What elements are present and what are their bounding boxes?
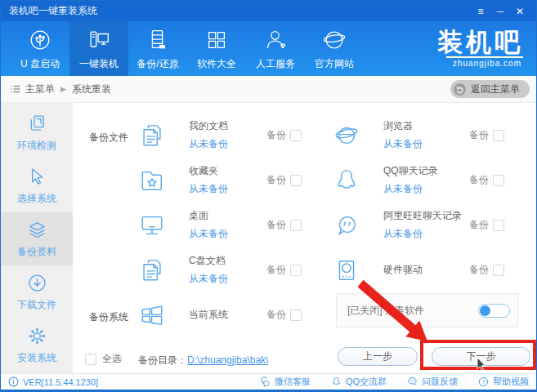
- window-controls: ≡ ─ ✕: [472, 6, 528, 17]
- backup-item-title: 收藏夹: [189, 164, 228, 178]
- feedback-icon: [407, 376, 418, 387]
- nav-item-label: 人工服务: [256, 57, 295, 71]
- status-link-label: QQ交流群: [346, 376, 387, 388]
- nav-item-usb[interactable]: U 盘启动: [11, 21, 69, 76]
- backup-item-status: 从未备份: [383, 137, 423, 151]
- documents-icon: [137, 121, 167, 150]
- minimize-icon[interactable]: ─: [492, 6, 508, 17]
- list-icon: [9, 82, 22, 96]
- usb-icon: [27, 27, 53, 53]
- status-link-wechat[interactable]: 微信客服: [260, 376, 311, 388]
- backup-checkbox[interactable]: [493, 175, 504, 186]
- sidebar-item-install[interactable]: 安装系统: [1, 318, 73, 372]
- backup-system-label: 备份系统: [89, 310, 128, 324]
- backup-item-title: 当前系统: [189, 308, 228, 322]
- backup-checkbox[interactable]: [493, 265, 504, 276]
- status-link-feedback[interactable]: 问题反馈: [407, 376, 458, 388]
- chevron-right-icon: ▶: [60, 85, 66, 93]
- backup-checkbox[interactable]: [290, 175, 302, 186]
- backup-item-status: 从未备份: [189, 227, 228, 241]
- backup-item-status: 从未备份: [383, 227, 462, 241]
- backup-checkbox-label: 备份: [266, 308, 286, 322]
- backup-item-status: 从未备份: [189, 137, 228, 151]
- desktop-icon: [137, 211, 167, 240]
- version-info: VER[11.5.44.1230]: [8, 376, 98, 387]
- backup-restore-icon: [145, 27, 171, 53]
- backup-item-title: 浏览器: [383, 119, 423, 133]
- backup-item-title: 桌面: [189, 209, 228, 223]
- nav-item-label: 一键装机: [79, 57, 119, 71]
- backup-checkbox-label: 备份: [266, 218, 286, 232]
- status-link-qq-chat[interactable]: QQ交流群: [331, 376, 387, 388]
- sidebar-item-label: 备份资料: [17, 245, 56, 259]
- backup-item-status: 从未备份: [383, 182, 438, 196]
- sidebar-item-download[interactable]: 下载文件: [1, 265, 73, 318]
- select-all-checkbox[interactable]: [85, 354, 96, 365]
- backup-checkbox[interactable]: [290, 310, 302, 321]
- sidebar-item-label: 环境检测: [17, 139, 56, 153]
- status-links: 微信客服QQ交流群问题反馈?帮助视频: [260, 376, 529, 388]
- previous-step-button[interactable]: 上一步: [338, 347, 418, 366]
- status-link-help-video[interactable]: ?帮助视频: [478, 376, 529, 388]
- backup-item-title: 我的文档: [189, 119, 228, 133]
- select-all-label: 全选: [102, 352, 122, 366]
- antivirus-toggle[interactable]: [478, 304, 510, 318]
- globe-icon: [321, 27, 347, 53]
- info-icon: [8, 376, 19, 387]
- return-main-menu-button[interactable]: 返回主菜单: [450, 80, 530, 98]
- backup-files-label: 备份文件: [89, 131, 128, 145]
- status-link-label: 微信客服: [275, 376, 311, 388]
- env-check-icon: [26, 113, 48, 135]
- backup-checkbox[interactable]: [290, 220, 302, 231]
- backup-checkbox[interactable]: [493, 220, 504, 231]
- backup-system-row: 当前系统 备份: [137, 292, 302, 337]
- backup-checkbox-label: 备份: [266, 128, 286, 142]
- backup-item-title: 硬件驱动: [383, 263, 423, 277]
- windows-icon: [137, 301, 167, 330]
- main-content: 备份文件 备份系统 我的文档 从未备份 备份 收藏夹 从未备份 备份 桌面 从未…: [73, 103, 536, 373]
- backup-files-right-column: 浏览器 从未备份 备份 QQ聊天记录 从未备份 备份 阿里旺旺聊天记录 从未备份…: [332, 113, 504, 292]
- person-icon: [262, 27, 289, 53]
- backup-checkbox[interactable]: [290, 265, 302, 276]
- logo-domain: zhuangjiba.com: [446, 56, 523, 68]
- breadcrumb: 主菜单 ▶ 系统重装 返回主菜单: [1, 76, 536, 103]
- status-link-label: 问题反馈: [422, 376, 458, 388]
- nav-item-label: 软件大全: [197, 57, 236, 71]
- backup-checkbox-label: 备份: [469, 263, 489, 277]
- nav-item-software-grid[interactable]: 软件大全: [187, 21, 246, 76]
- backup-checkbox-label: 备份: [469, 218, 489, 232]
- close-icon[interactable]: ✕: [512, 6, 528, 17]
- titlebar: 装机吧一键重装系统 ≡ ─ ✕: [1, 1, 536, 21]
- menu-icon[interactable]: ≡: [472, 6, 489, 17]
- qq-chat-icon: [331, 376, 342, 387]
- browser-icon: [332, 121, 361, 150]
- backup-item-row: 桌面 从未备份 备份: [137, 203, 302, 247]
- wangwang-icon: [332, 211, 361, 240]
- backup-item-title: 阿里旺旺聊天记录: [383, 209, 462, 223]
- toggle-knob: [480, 305, 490, 316]
- statusbar: VER[11.5.44.1230] 微信客服QQ交流群问题反馈?帮助视频: [1, 373, 536, 391]
- nav-item-label: 官方网站: [315, 57, 354, 71]
- backup-directory-label: 备份目录：: [138, 354, 187, 366]
- nav-item-computer[interactable]: 一键装机: [69, 21, 128, 76]
- return-main-menu-label: 返回主菜单: [471, 82, 520, 96]
- nav-item-backup-restore[interactable]: 备份/还原: [128, 21, 187, 76]
- backup-checkbox[interactable]: [493, 130, 504, 141]
- next-step-button[interactable]: 下一步: [432, 347, 530, 366]
- sidebar-item-select-system[interactable]: 选择系统: [1, 159, 73, 212]
- nav-item-globe[interactable]: 官方网站: [305, 21, 364, 76]
- backup-checkbox[interactable]: [290, 130, 302, 141]
- documents-icon: [137, 256, 167, 285]
- nav-item-person[interactable]: 人工服务: [246, 21, 305, 76]
- backup-item-row: QQ聊天记录 从未备份 备份: [332, 158, 504, 203]
- nav-items: U 盘启动一键装机备份/还原软件大全人工服务官方网站: [11, 21, 364, 76]
- breadcrumb-root[interactable]: 主菜单: [25, 82, 55, 96]
- sidebar-item-backup-data[interactable]: 备份资料: [1, 212, 73, 265]
- sidebar-item-label: 安装系统: [17, 351, 56, 365]
- main-nav: U 盘启动一键装机备份/还原软件大全人工服务官方网站 装机吧 zhuangjib…: [1, 21, 536, 76]
- sidebar-item-env-check[interactable]: 环境检测: [1, 106, 73, 159]
- backup-checkbox-label: 备份: [469, 173, 489, 187]
- backup-files-left-column: 我的文档 从未备份 备份 收藏夹 从未备份 备份 桌面 从未备份 备份 C盘文档…: [137, 113, 302, 292]
- backup-directory-link[interactable]: D:\zhuangjiba\bak\: [187, 354, 268, 366]
- install-icon: [26, 325, 48, 347]
